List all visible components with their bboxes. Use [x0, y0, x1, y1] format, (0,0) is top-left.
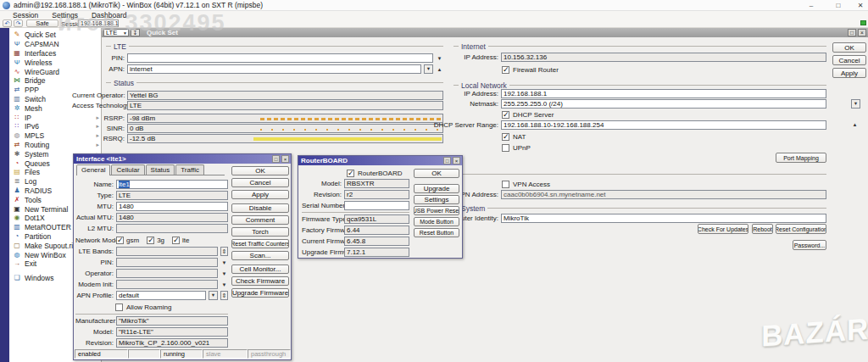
apn-profile-input[interactable]: default [116, 291, 206, 300]
apn-input[interactable]: internet [127, 64, 421, 74]
spinner-icon[interactable]: ⇕ [220, 291, 228, 300]
upnp-checkbox[interactable]: UPnP [502, 143, 531, 152]
vpn-access-checkbox[interactable]: VPN Access [502, 180, 550, 188]
firewall-router-checkbox[interactable]: Firewall Router [502, 65, 559, 74]
menu-dashboard[interactable]: Dashboard [86, 11, 133, 19]
interface-tabs: General Cellular Status Traffic [76, 165, 225, 175]
dhcp-server-checkbox[interactable]: DHCP Server [502, 110, 554, 119]
pin-input[interactable] [127, 53, 433, 63]
tab-cellular[interactable]: Cellular [111, 164, 144, 175]
redo-icon[interactable]: ↷ [14, 19, 23, 27]
revision-row: Revision: MikroTik_CP_2.160.000_v021 [75, 338, 228, 348]
collapse-up-icon[interactable]: ▲ [436, 67, 443, 72]
winbox-app: admin@192.168.188.1 (MikroTik) - WinBox … [0, 0, 868, 362]
reset-button-button[interactable]: Reset Button [414, 228, 459, 237]
separator [302, 212, 409, 213]
settings-button[interactable]: Settings [414, 195, 459, 204]
operator-input[interactable] [116, 269, 218, 278]
rsrq-signal-graph [253, 137, 442, 141]
type-value: LTE [116, 191, 228, 200]
maximize-icon[interactable]: □ [443, 157, 451, 164]
sidebar-item-quick-set[interactable]: ✎Quick Set [10, 31, 102, 40]
chevron-down-icon[interactable]: ▼ [220, 282, 228, 287]
checkbox-unchecked-icon [115, 304, 123, 311]
netmask-input[interactable]: 255.255.255.0 (/24) [501, 99, 826, 109]
scan-button[interactable]: Scan... [231, 251, 289, 260]
comment-button[interactable]: Comment [231, 215, 289, 225]
apply-button[interactable]: Apply [832, 68, 866, 78]
chevron-down-icon[interactable]: ▼ [220, 271, 228, 276]
nat-checkbox[interactable]: NAT [502, 132, 526, 141]
disable-button[interactable]: Disable [231, 203, 289, 213]
password-button[interactable]: Password... [793, 240, 826, 250]
menubar: Session Settings Dashboard [0, 11, 868, 19]
chevron-down-icon[interactable]: ▼ [424, 64, 433, 74]
menu-settings[interactable]: Settings [46, 11, 84, 19]
allow-roaming-checkbox[interactable]: Allow Roaming [115, 303, 171, 311]
metarouter-icon: ▥ [13, 223, 21, 231]
tab-status[interactable]: Status [146, 164, 175, 175]
cell-monitor-button[interactable]: Cell Monitor... [231, 265, 289, 274]
status-empty [128, 349, 160, 359]
collapse-up-icon[interactable]: ▲ [851, 122, 859, 127]
checkbox-checked-icon [502, 66, 509, 74]
dialog-titlebar[interactable]: Interface <lte1> □ × [74, 154, 291, 164]
ok-button[interactable]: OK [414, 169, 459, 178]
close-icon[interactable]: × [858, 29, 866, 36]
lan-ip-input[interactable]: 192.168.188.1 [501, 89, 826, 98]
upgrade-firmware-button[interactable]: Upgrade Firmware [231, 288, 289, 298]
sidebar-item-capsman[interactable]: ΨCAPsMAN [10, 40, 102, 49]
modem-init-input[interactable] [116, 280, 218, 289]
menu-session[interactable]: Session [7, 11, 44, 19]
session-field[interactable]: 192.168.188.1 [78, 19, 119, 27]
minimize-icon[interactable]: – [802, 0, 821, 11]
lte-checkbox[interactable] [172, 237, 180, 244]
dhcp-range-input[interactable]: 192.168.188.10-192.168.188.254 [501, 120, 826, 130]
apply-button[interactable]: Apply [231, 190, 289, 199]
tab-traffic[interactable]: Traffic [175, 164, 204, 175]
maximize-icon[interactable]: □ [272, 155, 280, 163]
name-input[interactable]: lte1 [116, 180, 228, 189]
close-icon[interactable]: × [453, 157, 460, 164]
gsm-checkbox[interactable] [116, 237, 124, 244]
mode-button-button[interactable]: Mode Button [414, 217, 459, 226]
quickset-mode-select[interactable]: LTE▼ [103, 29, 129, 36]
safe-mode-button[interactable]: Safe Mode [26, 19, 58, 27]
mtu-input[interactable]: 1480 [116, 202, 228, 211]
reset-traffic-counters-button[interactable]: Reset Traffic Counters [231, 239, 289, 248]
port-mapping-button[interactable]: Port Mapping [776, 153, 826, 163]
check-firmware-button[interactable]: Check Firmware [231, 276, 289, 286]
dialog-titlebar[interactable]: RouterBOARD □ × [298, 156, 462, 165]
undo-icon[interactable]: ↶ [3, 19, 12, 27]
tab-general[interactable]: General [76, 164, 110, 175]
reset-configuration-button[interactable]: Reset Configuration [776, 224, 826, 234]
pin-window-button[interactable]: ↧ [131, 29, 140, 36]
l2mtu-value [116, 224, 228, 233]
cancel-button[interactable]: Cancel [231, 178, 289, 187]
3g-checkbox[interactable] [147, 237, 154, 244]
status-enabled: enabled [75, 349, 128, 359]
netmask-dropdown-icon[interactable]: ▼ [851, 99, 860, 109]
ok-button[interactable]: OK [231, 166, 289, 175]
routerboard-checkbox[interactable]: RouterBOARD [347, 169, 402, 177]
ok-button[interactable]: OK [832, 42, 866, 53]
chevron-down-icon[interactable]: ▼ [220, 260, 228, 265]
lte-bands-input[interactable] [116, 247, 218, 256]
check-for-updates-button[interactable]: Check For Updates [698, 224, 748, 234]
pin-input[interactable] [116, 258, 218, 267]
close-icon[interactable]: ✕ [851, 0, 868, 11]
sidebar-item-bridge[interactable]: ⋈Bridge [10, 76, 102, 86]
close-icon[interactable]: × [281, 155, 289, 163]
usb-power-reset-button[interactable]: USB Power Reset [414, 206, 459, 215]
maximize-icon[interactable]: □ [829, 0, 848, 11]
torch-button[interactable]: Torch [231, 227, 289, 237]
dialog-title: Interface <lte1> [76, 155, 272, 163]
upgrade-button[interactable]: Upgrade [414, 184, 459, 193]
spinner-icon[interactable]: ⇕ [220, 247, 228, 256]
chevron-down-icon[interactable]: ▼ [209, 291, 218, 300]
maximize-icon[interactable]: □ [848, 29, 856, 36]
current-operator-row: Current Operator: Yettel BG [72, 91, 443, 100]
router-identity-input[interactable]: MikroTik [501, 214, 826, 223]
reboot-button[interactable]: Reboot [752, 224, 773, 234]
cancel-button[interactable]: Cancel [832, 55, 866, 65]
